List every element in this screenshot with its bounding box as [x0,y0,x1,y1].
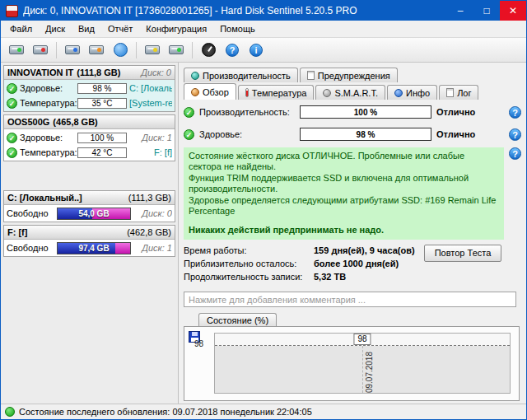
disk-number: Диск: 1 [129,133,172,142]
info-tab-icon [394,89,403,97]
alerts-tab-icon [307,71,315,80]
maximize-button[interactable]: □ [473,1,500,21]
partition-name: C: [Локальный..] [7,193,82,203]
disk-panel-1[interactable]: OOS500G (465,8 GB) ✓ Здоровье: 100 % Дис… [3,114,175,161]
tab-temperature[interactable]: Температура [238,85,315,100]
disk-panel-1-body: ✓ Здоровье: 100 % Диск: 1 ✓ Температура:… [4,129,175,161]
disk-number: Диск: 0 [141,68,171,77]
x-axis-tick: 09.07.2018 [365,352,374,393]
health-bar: 98 % [77,83,127,94]
comment-input[interactable] [184,292,516,307]
log-tab-icon [446,88,454,97]
tab-performance[interactable]: Производительность [184,68,298,82]
status-line: Функция TRIM поддерживается SSD и включе… [189,173,499,194]
menu-item-help[interactable]: Помощь [213,21,262,36]
chart-tab-health-percent[interactable]: Состояние (%) [198,313,277,326]
health-label: Здоровье: [20,83,75,93]
health-label: Здоровье: [199,129,295,139]
stat-lifetime-writes: Продолжительность записи: 5,32 TB [184,270,523,283]
ok-check-icon: ✓ [7,83,17,94]
partition-c-body: Свободно 54,0 GB Диск: 0 [4,205,175,222]
menu-item-file[interactable]: Файл [3,21,39,36]
disk-overview-icon[interactable] [7,40,26,60]
partition-group: C: [Локальный..] (111,3 GB) Свободно 54,… [3,190,175,257]
tab-overview[interactable]: Обзор [184,83,236,100]
help-icon[interactable]: ? [509,147,521,160]
y-axis-tick: 98 [194,339,203,348]
partition-panel-c[interactable]: C: [Локальный..] (111,3 GB) Свободно 54,… [3,190,175,222]
health-bar: 98 % [300,128,431,141]
partition-c-header[interactable]: C: [Локальный..] (111,3 GB) [4,191,175,205]
info-icon[interactable]: i [246,40,266,60]
disk-size: (111,8 GB) [77,68,120,77]
performance-rating: Отлично [436,107,475,117]
close-button[interactable]: ✕ [500,1,526,21]
plot-area: 98 09.07.2018 98 [214,333,511,394]
disk-panel-0-header[interactable]: INNOVATION IT (111,8 GB) Диск: 0 [4,66,175,80]
disk-settings-icon[interactable] [166,40,186,60]
partition-ref: C: [Локальн.. [129,83,172,93]
partition-ref: [System-res.. [129,98,172,108]
performance-bar: 100 % [300,105,431,119]
disk-status-text: Состояние жёсткого диска ОТЛИЧНОЕ. Пробл… [184,147,504,240]
health-rating: Отлично [436,129,475,139]
space-usage-bar: 54,0 GB [57,208,131,220]
health-row: ✓ Здоровье: 98 % Отлично ? [184,124,523,144]
minimize-button[interactable]: – [447,1,473,21]
disk-report-icon[interactable] [86,40,106,60]
menu-item-disk[interactable]: Диск [39,21,72,36]
partition-f-body: Свободно 97,4 GB Диск: 1 [4,240,175,256]
partition-ref: F: [f] [129,147,172,157]
status-line: Состояние жёсткого диска ОТЛИЧНОЕ. Пробл… [189,151,499,172]
help-icon[interactable]: ? [509,106,521,119]
partition-size: (111,3 GB) [128,193,171,203]
tab-smart[interactable]: S.M.A.R.T. [315,85,385,100]
partition-panel-f[interactable]: F: [f] (462,8 GB) Свободно 97,4 GB Диск:… [3,225,175,257]
partition-f-header[interactable]: F: [f] (462,8 GB) [4,226,175,240]
disk-number: Диск: 1 [133,243,172,253]
temperature-row: ✓ Температура: 42 °C F: [f] [4,145,175,160]
menu-item-configuration[interactable]: Конфигурация [139,21,213,36]
space-usage-bar: 97,4 GB [57,242,131,254]
menu-item-report[interactable]: Отчёт [101,21,139,36]
plot-canvas: 09.07.2018 98 [214,333,511,394]
ok-check-icon: ✓ [7,133,17,143]
temperature-bar: 42 °C [77,147,127,158]
health-row: ✓ Здоровье: 100 % Диск: 1 [4,130,175,145]
disk-name: OOS500G [7,117,49,127]
tab-info[interactable]: Инфо [387,85,437,100]
disk-hardware-icon[interactable] [142,40,162,60]
retest-button[interactable]: Повтор Теста [424,245,501,262]
window-title: Диск: 0, INNOVATION IT [1736028001265] -… [23,5,442,16]
health-label: Здоровье: [20,133,75,142]
tab-alerts[interactable]: Предупреждения [300,68,398,82]
chart-gridline [362,346,363,393]
help-icon[interactable]: ? [509,128,521,141]
disk-size: (465,8 GB) [53,117,97,127]
disk-temperature-icon[interactable] [30,40,50,60]
help-icon[interactable]: ? [222,40,242,60]
statusbar: Состояние последнего обновления: 09.07.2… [1,404,526,419]
smart-tab-icon [323,89,331,97]
content: INNOVATION IT (111,8 GB) Диск: 0 ✓ Здоро… [1,63,526,404]
tabs-row-top: Производительность Предупреждения [184,65,523,82]
disk-panel-0[interactable]: INNOVATION IT (111,8 GB) Диск: 0 ✓ Здоро… [3,65,175,112]
ok-check-icon: ✓ [184,107,194,118]
toolbar: ? i [1,38,526,63]
disk-panel-1-header[interactable]: OOS500G (465,8 GB) [4,115,175,129]
temperature-row: ✓ Температура: 35 °C [System-res.. [4,96,175,110]
disk-surface-test-icon[interactable] [63,40,82,60]
gauge-icon[interactable] [198,40,218,60]
toolbar-separator [56,42,57,58]
sidebar: INNOVATION IT (111,8 GB) Диск: 0 ✓ Здоро… [1,63,179,404]
ok-check-icon: ✓ [7,98,17,109]
status-ok-icon [5,407,15,417]
tab-log[interactable]: Лог [439,85,478,100]
status-line: Здоровье определяется следующими атрибут… [189,195,499,217]
menu-item-view[interactable]: Вид [72,21,101,36]
free-space-row: Свободно 54,0 GB Диск: 0 [4,206,175,221]
overview-tab-icon [191,88,199,96]
thermometer-icon [245,88,249,97]
www-online-icon[interactable] [110,40,130,60]
health-row: ✓ Здоровье: 98 % C: [Локальн.. [4,81,175,96]
